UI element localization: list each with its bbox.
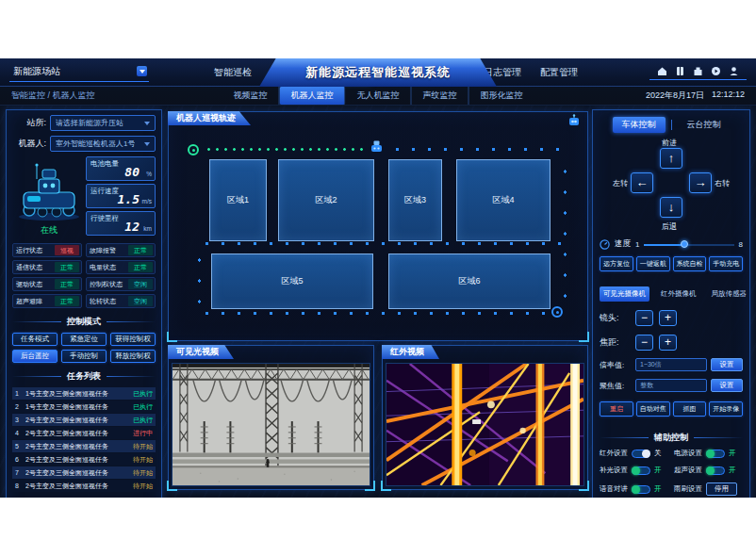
focus-control: 焦距: − + <box>600 335 743 351</box>
emergency-locate-button[interactable]: 紧急定位 <box>61 333 107 346</box>
aux-control-title: 辅助控制 <box>600 432 743 444</box>
snapshot-button[interactable]: 抓图 <box>673 401 707 417</box>
focus-minus-button[interactable]: − <box>635 335 653 351</box>
focus-value-input[interactable]: 整数 <box>635 379 707 392</box>
zone-area-2[interactable]: 区域2 <box>278 159 374 241</box>
tab-pd-sensor[interactable]: 局放传感器 <box>708 286 751 302</box>
tab-graphic-monitor[interactable]: 图形化监控 <box>469 87 534 105</box>
tab-body-control[interactable]: 车体控制 <box>613 117 666 133</box>
ir-video-feed <box>386 363 584 486</box>
focus-value-row: 聚焦值: 整数 设置 <box>600 379 743 392</box>
patrol-path-pending-middle <box>199 241 567 246</box>
magnification-set-button[interactable]: 设置 <box>711 358 743 371</box>
robot-info-panel: 站所: 请选择新能源升压站 机器人: 室外智能巡检机器人1号 <box>6 109 162 498</box>
nav-item-patrol[interactable]: 智能巡检 <box>205 62 260 83</box>
voice-intercom-toggle[interactable] <box>632 485 650 494</box>
remote-control-button[interactable]: 后台遥控 <box>12 350 58 363</box>
status-cell-run: 运行状态巡视 <box>12 243 82 257</box>
lens-label: 镜头: <box>600 312 630 324</box>
tab-visible-camera[interactable]: 可见光摄像机 <box>600 286 649 302</box>
quick-buttons: 远方复位 一键返航 系统自检 手动充电 <box>600 256 743 271</box>
start-record-button[interactable]: 开始录像 <box>709 401 743 417</box>
tab-ptz-control[interactable]: 云台控制 <box>678 117 731 133</box>
ir-setting-toggle-row: 红外设置 关 <box>600 449 668 458</box>
chevron-down-icon <box>137 66 147 76</box>
time-text: 12:12:12 <box>712 90 745 102</box>
forward-button[interactable]: ↑ <box>660 148 682 169</box>
station-select[interactable]: 请选择新能源升压站 <box>50 115 156 131</box>
status-cell-control: 控制权状态空闲 <box>86 277 156 291</box>
task-row[interactable]: 62号主变及三侧全面巡视任务待开始 <box>12 453 156 466</box>
task-row[interactable]: 52号主变及三侧全面巡视任务待开始 <box>12 440 156 452</box>
zone-area-5[interactable]: 区域5 <box>211 253 373 309</box>
turn-right-button[interactable]: → <box>689 172 712 193</box>
remote-reset-button[interactable]: 远方复位 <box>600 256 633 271</box>
self-check-button[interactable]: 系统自检 <box>673 256 707 271</box>
tab-separator <box>671 120 672 130</box>
auto-focus-button[interactable]: 自动对焦 <box>636 401 670 417</box>
backward-button[interactable]: ↓ <box>660 197 682 218</box>
zone-area-6[interactable]: 区域6 <box>388 253 551 309</box>
ir-setting-toggle[interactable] <box>632 450 650 458</box>
focus-value-set-button[interactable]: 设置 <box>711 379 743 392</box>
patrol-path-done <box>205 147 367 152</box>
robot-select[interactable]: 室外智能巡检机器人1号 <box>50 136 156 152</box>
task-row[interactable]: 21号主变及三侧全面巡视任务已执行 <box>12 401 156 413</box>
manual-charge-button[interactable]: 手动充电 <box>709 256 743 271</box>
zone-area-4[interactable]: 区域4 <box>456 159 551 241</box>
tab-voiceprint-monitor[interactable]: 声纹监控 <box>412 87 469 105</box>
lens-minus-button[interactable]: − <box>635 310 653 326</box>
task-row[interactable]: 42号主变及三侧全面巡视任务进行中 <box>12 427 156 439</box>
top-bar: 新能源场站 智能巡检 智能辅控 智能监控 智能联动 新能源远程智能巡视系统 智能… <box>0 58 756 87</box>
app-title: 新能源远程智能巡视系统 <box>305 64 451 81</box>
building-icon[interactable] <box>693 66 703 76</box>
camera-tabs: 可见光摄像机 红外摄像机 局放传感器 <box>600 286 743 302</box>
station-dropdown-label: 新能源场站 <box>13 65 60 78</box>
zone-area-1[interactable]: 区域1 <box>209 159 267 241</box>
speedometer-icon <box>600 239 610 250</box>
nav-item-config-management[interactable]: 配置管理 <box>532 62 586 83</box>
lens-plus-button[interactable]: + <box>659 310 677 326</box>
speed-slider-knob[interactable] <box>681 240 688 248</box>
top-icon-group <box>649 63 747 80</box>
disc-icon[interactable] <box>711 66 721 76</box>
ledger-icon[interactable] <box>675 66 685 76</box>
turn-left-button[interactable]: ← <box>631 172 653 193</box>
chevron-down-icon <box>144 142 150 146</box>
restart-button[interactable]: 重启 <box>600 401 633 417</box>
tab-video-monitor[interactable]: 视频监控 <box>222 87 280 105</box>
visible-video-image <box>173 364 370 485</box>
tab-ir-camera[interactable]: 红外摄像机 <box>657 286 700 302</box>
direction-pad: 前进 ↑ 左转 ← → 右转 ↓ 后退 <box>600 137 743 235</box>
task-mode-button[interactable]: 任务模式 <box>12 333 58 346</box>
task-list: 11号主变及三侧全面巡视任务已执行 21号主变及三侧全面巡视任务已执行 32号主… <box>12 387 156 492</box>
fill-light-toggle[interactable] <box>632 466 650 475</box>
tab-uav-monitor[interactable]: 无人机监控 <box>346 87 412 105</box>
speed-slider[interactable] <box>644 239 733 249</box>
robot-position-marker[interactable] <box>369 139 385 154</box>
robot-preview: 在线 电池电量 80 % 运行速度 1.5 m/s 行驶里程 12 km <box>12 156 156 237</box>
app-title-banner: 新能源远程智能巡视系统 <box>259 58 497 87</box>
focus-plus-button[interactable]: + <box>659 335 677 351</box>
task-row[interactable]: 82号主变及三侧全面巡视任务待开始 <box>12 480 156 492</box>
acquire-control-button[interactable]: 获得控制权 <box>110 333 156 346</box>
breadcrumb: 智能监控 / 机器人监控 <box>11 90 95 102</box>
magnification-input[interactable]: 1~30倍 <box>635 358 707 371</box>
release-control-button[interactable]: 释放控制权 <box>110 350 156 363</box>
station-dropdown[interactable]: 新能源场站 <box>9 63 149 82</box>
tab-robot-monitor[interactable]: 机器人监控 <box>280 87 346 105</box>
return-home-button[interactable]: 一键返航 <box>636 256 670 271</box>
task-row[interactable]: 11号主变及三侧全面巡视任务已执行 <box>12 387 156 400</box>
focus-value-label: 聚焦值: <box>600 381 632 391</box>
ultrasonic-setting-toggle[interactable] <box>706 466 725 475</box>
robot-head-icon[interactable] <box>567 114 582 127</box>
manual-control-button[interactable]: 手动控制 <box>61 350 107 363</box>
task-row[interactable]: 32号主变及三侧全面巡视任务已执行 <box>12 414 156 426</box>
power-setting-toggle[interactable] <box>706 450 725 458</box>
wiper-toggle-button[interactable]: 停用 <box>706 482 737 496</box>
zone-area-3[interactable]: 区域3 <box>388 159 442 241</box>
datetime: 2022年8月17日 12:12:12 <box>646 90 745 102</box>
user-icon[interactable] <box>729 66 739 76</box>
task-row[interactable]: 72号主变及三侧全面巡视任务待开始 <box>12 466 156 479</box>
home-icon[interactable] <box>657 66 667 76</box>
